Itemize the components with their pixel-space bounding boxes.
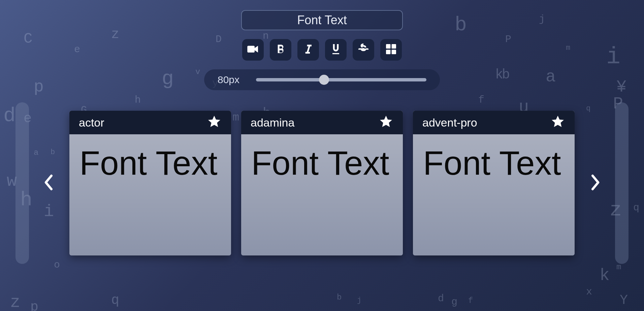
font-name-label: advent-pro [422,116,477,129]
svg-rect-3 [392,44,396,48]
format-toolbar [242,39,402,61]
font-card-header: actor [69,111,231,134]
star-icon [207,125,222,130]
font-size-control: 80px [204,69,440,90]
font-card-header: advent-pro [413,111,575,134]
svg-rect-1 [358,48,368,49]
video-button[interactable] [242,39,264,61]
font-card-header: adamina [241,111,403,134]
video-icon [246,42,260,57]
font-text-input[interactable] [241,10,403,30]
strikethrough-icon [357,42,370,57]
font-carousel: actor Font Text adamina Font Text advent… [0,102,644,264]
font-size-slider[interactable] [256,78,426,81]
font-preview-text: Font Text [79,144,221,181]
svg-rect-0 [247,46,255,53]
favorite-button[interactable] [550,114,565,131]
underline-icon [329,42,343,57]
font-preview-area: Font Text [413,134,575,255]
bold-icon [274,42,287,57]
font-size-label: 80px [218,74,248,85]
grid-button[interactable] [380,39,402,61]
font-preview-text: Font Text [251,144,393,181]
font-card: actor Font Text [69,111,231,255]
chevron-left-icon [42,188,56,194]
italic-icon [301,42,315,57]
underline-button[interactable] [325,39,347,61]
chevron-right-icon [588,188,602,194]
font-name-label: adamina [251,116,294,129]
star-icon [379,125,393,130]
font-preview-area: Font Text [241,134,403,255]
favorite-button[interactable] [207,114,222,131]
bold-button[interactable] [270,39,291,61]
svg-rect-2 [386,44,390,48]
font-card: adamina Font Text [241,111,403,255]
grid-icon [384,42,398,57]
favorite-button[interactable] [379,114,393,131]
left-scrollbar[interactable] [15,102,29,264]
svg-rect-4 [386,50,390,54]
star-icon [550,125,565,130]
next-button[interactable] [581,166,608,201]
right-scrollbar[interactable] [615,102,629,264]
slider-thumb[interactable] [319,75,329,85]
font-preview-text: Font Text [423,144,565,181]
italic-button[interactable] [297,39,319,61]
prev-button[interactable] [36,166,63,201]
font-preview-area: Font Text [69,134,231,255]
svg-rect-5 [392,50,396,54]
font-card: advent-pro Font Text [413,111,575,255]
font-name-label: actor [79,116,104,129]
strikethrough-button[interactable] [353,39,374,61]
